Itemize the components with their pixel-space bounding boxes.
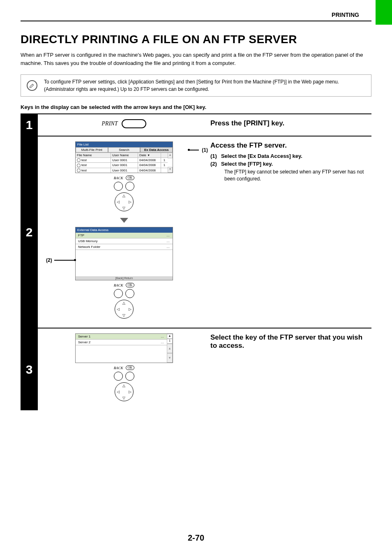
callout-2-label: (2) — [46, 257, 52, 263]
callout-dot — [188, 149, 190, 151]
list-item-server2[interactable]: Server 2… — [76, 340, 167, 345]
step-2-title: Access the FTP server. — [210, 141, 368, 150]
page-indicator-up: ▲ — [167, 334, 173, 339]
ok-label: OK — [126, 176, 135, 180]
step-3: 3 Server 1… Server 2… ▲ 1 — [21, 328, 371, 410]
note-text: To configure FTP server settings, click … — [44, 79, 339, 92]
arrow-up-icon: △ — [122, 384, 125, 388]
scroll-up-button[interactable]: ▲ — [168, 153, 173, 158]
file-list-screen: File List Multi-File Print Search Ex Dat… — [75, 141, 173, 173]
file-icon — [77, 169, 81, 172]
back-label: BACK — [114, 366, 123, 370]
callout-line — [189, 150, 199, 150]
back-label: BACK — [114, 283, 123, 287]
arrow-down-icon: ▽ — [122, 396, 125, 400]
arrow-right-icon: ▷ — [129, 390, 131, 394]
header-rule — [21, 21, 371, 21]
side-tab — [376, 0, 392, 25]
arrow-up-icon: △ — [122, 301, 125, 305]
step-1: 1 PRINT Press the [PRINT] key. — [21, 114, 371, 136]
flow-arrow-icon — [120, 218, 128, 223]
back-button[interactable] — [114, 289, 123, 298]
arrow-left-icon: ◁ — [117, 200, 120, 204]
list-item-server1[interactable]: Server 1… — [76, 334, 167, 340]
page-number: 2-70 — [188, 533, 204, 543]
sort-icon: ▼ — [147, 154, 150, 157]
ellipsis-icon: … — [166, 245, 170, 249]
step-number: 1 — [21, 114, 38, 136]
callout-1-label: (1) — [202, 147, 208, 153]
note-box: To configure FTP server settings, click … — [21, 74, 371, 97]
arrow-right-icon: ▷ — [129, 307, 131, 311]
screen-title: File List — [76, 142, 173, 147]
sub-desc-2: The [FTP] key cannot be selected when an… — [224, 169, 368, 183]
back-button[interactable] — [114, 372, 123, 381]
back-button[interactable] — [114, 182, 123, 191]
step-1-title: Press the [PRINT] key. — [210, 119, 368, 127]
step-number: 2 — [21, 136, 38, 328]
dpad[interactable]: △ ▽ ◁ ▷ — [115, 300, 134, 319]
tab-search[interactable]: Search — [108, 147, 141, 153]
ellipsis-icon: … — [166, 239, 170, 243]
arrow-down-icon: ▽ — [122, 206, 125, 210]
section-label: PRINTING — [332, 12, 359, 18]
intro-text: When an FTP server is configured in the … — [21, 51, 371, 67]
step-3-title: Select the key of the FTP server that yo… — [210, 333, 368, 350]
file-icon — [77, 158, 81, 162]
arrow-left-icon: ◁ — [117, 390, 120, 394]
col-username: User Name — [111, 153, 138, 157]
scroll-up-button[interactable]: ▲ — [167, 344, 173, 353]
ok-button[interactable] — [125, 289, 134, 298]
step-2: 2 (1) File List Multi-File Print Search … — [21, 136, 371, 328]
sub-text-1: Select the [Ex Data Access] key. — [221, 153, 302, 159]
page-title: DIRECTLY PRINTING A FILE ON AN FTP SERVE… — [21, 33, 371, 46]
ellipsis-icon: … — [161, 340, 164, 344]
nav-pad: BACK OK △ ▽ ◁ ▷ — [114, 176, 135, 211]
menu-item-ftp[interactable]: FTP… — [76, 233, 173, 238]
back-label: BACK — [114, 176, 123, 180]
arrow-right-icon: ▷ — [129, 200, 131, 204]
dpad[interactable]: △ ▽ ◁ ▷ — [115, 382, 134, 401]
ok-button[interactable] — [125, 372, 134, 381]
tab-ex-data-access[interactable]: Ex Data Access — [140, 147, 173, 153]
external-data-access-screen: External Data Access FTP… USB Memory… Ne… — [75, 227, 173, 280]
nav-pad: BACK OK △ ▽ ◁ ▷ — [114, 283, 135, 319]
menu-item-network[interactable]: Network Folder… — [76, 244, 173, 250]
screen-footer: [Back]:Return — [76, 276, 173, 280]
ftp-server-list-screen: Server 1… Server 2… ▲ 1 ▲ ▼ — [75, 333, 173, 363]
arrow-up-icon: △ — [122, 194, 125, 198]
col-date: Date ▼ — [138, 153, 161, 157]
keys-note: Keys in the display can be selected with… — [21, 104, 371, 110]
tab-multi-file-print[interactable]: Multi-File Print — [76, 147, 108, 153]
arrow-down-icon: ▽ — [122, 313, 125, 317]
nav-pad: BACK OK △ ▽ ◁ ▷ — [114, 365, 135, 401]
table-row[interactable]: test User 0001 04/04/2008 — [76, 168, 168, 173]
callout-dot — [74, 259, 76, 261]
table-row[interactable]: test User 0001 04/04/2008 1 — [76, 157, 168, 162]
file-icon — [77, 164, 81, 167]
scroll-down-button[interactable]: ▼ — [167, 353, 173, 363]
steps-table: 1 PRINT Press the [PRINT] key. 2 (1) — [21, 113, 371, 410]
dpad[interactable]: △ ▽ ◁ ▷ — [115, 192, 134, 211]
ellipsis-icon: … — [161, 335, 164, 338]
ok-label: OK — [126, 283, 135, 287]
ellipsis-icon: … — [166, 234, 170, 237]
col-filename: File Name — [76, 153, 111, 157]
arrow-left-icon: ◁ — [117, 307, 120, 311]
sub-num-2: (2) — [210, 161, 217, 167]
callout-line — [54, 260, 75, 261]
ok-button[interactable] — [125, 182, 134, 191]
table-row[interactable]: test User 0001 04/04/2008 1 — [76, 162, 168, 167]
scroll-down-button[interactable]: ▼ — [168, 167, 173, 173]
sub-text-2: Select the [FTP] key. — [221, 161, 273, 167]
sub-num-1: (1) — [210, 153, 217, 159]
step-number: 3 — [21, 328, 38, 410]
page-indicator: 1 — [167, 339, 173, 344]
pencil-icon — [27, 80, 37, 91]
print-hardware-key[interactable] — [122, 119, 146, 128]
print-key-label: PRINT — [102, 120, 118, 127]
screen-title: External Data Access — [76, 227, 173, 233]
col-page — [161, 153, 168, 157]
menu-item-usb[interactable]: USB Memory… — [76, 238, 173, 244]
ok-label: OK — [126, 365, 135, 370]
